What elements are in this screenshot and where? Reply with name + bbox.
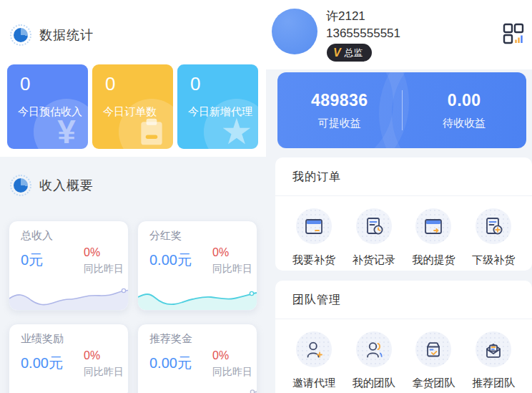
orders-panel: 我的订单 我要补货 (275, 157, 532, 271)
stats-section-title: 数据统计 (39, 26, 94, 44)
menu-item-invite-agent[interactable]: 邀请代理 (284, 331, 344, 390)
user-name: 许2121 (326, 8, 365, 24)
pending-value: 0.00 (403, 91, 527, 110)
pie-chart-icon (10, 24, 31, 46)
income-card-referral[interactable]: 推荐奖金 0.00元 0% 同比昨日 (137, 324, 257, 393)
restock-form-icon (296, 208, 332, 244)
income-card-value: 0元 (21, 251, 43, 270)
sub-restock-plus-icon (476, 208, 511, 244)
earnings-card: 489836 可提收益 0.00 待收收益 (277, 72, 526, 148)
pie-chart-icon (10, 175, 31, 196)
income-percent: 0% (84, 246, 124, 259)
team-panel-title: 团队管理 (275, 281, 532, 308)
person-plus-icon (296, 331, 332, 367)
sparkline-chart (138, 286, 257, 310)
dashboard-grid-icon[interactable] (502, 22, 525, 45)
mail-open-icon (476, 331, 511, 367)
income-card-title: 分红奖 (149, 229, 182, 243)
income-card-title: 业绩奖励 (21, 332, 64, 346)
sparkline-chart (138, 386, 257, 393)
team-panel: 团队管理 邀请代理 (275, 281, 532, 393)
stat-value: 0 (105, 74, 173, 94)
sparkline-chart (9, 389, 128, 393)
income-card-title: 总收入 (21, 229, 53, 243)
stat-card-new-agents[interactable]: 0 今日新增代理 ★ (177, 64, 258, 149)
menu-item-pickup-team[interactable]: 拿货团队 (404, 331, 464, 390)
income-section-header: 收入概要 (10, 175, 94, 196)
income-card-performance[interactable]: 业绩奖励 0.00元 0% 同比昨日 (9, 324, 129, 393)
income-percent: 0% (212, 349, 252, 362)
income-card-value: 0.00元 (149, 354, 192, 373)
stat-value: 0 (190, 74, 258, 94)
withdrawable-earnings[interactable]: 489836 可提收益 (277, 91, 402, 130)
sparkline-chart (9, 286, 128, 310)
menu-item-restock-record[interactable]: 补货记录 (344, 208, 404, 267)
income-card-total[interactable]: 总收入 0元 0% 同比昨日 (9, 220, 129, 311)
pickup-form-arrow-icon (415, 208, 451, 244)
level-badge-label: 总监 (345, 47, 363, 59)
income-section-title: 收入概要 (39, 177, 94, 194)
withdrawable-label: 可提收益 (277, 117, 402, 130)
income-card-value: 0.00元 (149, 251, 192, 270)
avatar[interactable] (272, 9, 317, 54)
stat-card-estimated-income[interactable]: 0 今日预估收入 ¥ (7, 64, 88, 149)
menu-item-referral-team[interactable]: 推荐团队 (463, 331, 523, 390)
menu-item-sub-restock[interactable]: 下级补货 (463, 208, 523, 267)
menu-item-my-team[interactable]: 我的团队 (344, 331, 404, 390)
income-card-title: 推荐奖金 (149, 332, 192, 346)
restock-record-clock-icon (356, 208, 392, 244)
v-logo: V (333, 47, 341, 59)
income-compare-label: 同比昨日 (84, 263, 124, 276)
stat-value: 0 (20, 74, 88, 94)
pending-label: 待收收益 (403, 117, 527, 130)
divider (275, 195, 532, 196)
income-compare-label: 同比昨日 (212, 263, 252, 276)
income-percent: 0% (84, 349, 124, 362)
level-badge: V 总监 (327, 44, 372, 62)
stats-section-header: 数据统计 (10, 24, 94, 46)
user-phone: 13655555551 (326, 26, 400, 41)
income-compare-label: 同比昨日 (84, 366, 124, 379)
income-card-dividend[interactable]: 分红奖 0.00元 0% 同比昨日 (137, 220, 257, 311)
income-compare-label: 同比昨日 (212, 366, 252, 379)
pending-earnings[interactable]: 0.00 待收收益 (403, 91, 527, 130)
orders-panel-title: 我的订单 (275, 157, 532, 185)
income-card-value: 0.00元 (21, 354, 63, 373)
box-check-icon (415, 331, 451, 367)
withdrawable-value: 489836 (277, 91, 402, 110)
people-group-icon (356, 331, 392, 367)
menu-item-restock[interactable]: 我要补货 (284, 208, 344, 267)
stat-card-order-count[interactable]: 0 今日订单数 (92, 64, 173, 149)
menu-item-my-pickup[interactable]: 我的提货 (404, 208, 464, 267)
dashboard-page: 数据统计 0 今日预估收入 ¥ 0 今日订单数 0 今日新增代理 ★ 收入概要 (0, 0, 532, 393)
income-percent: 0% (212, 246, 252, 259)
divider (275, 319, 532, 319)
